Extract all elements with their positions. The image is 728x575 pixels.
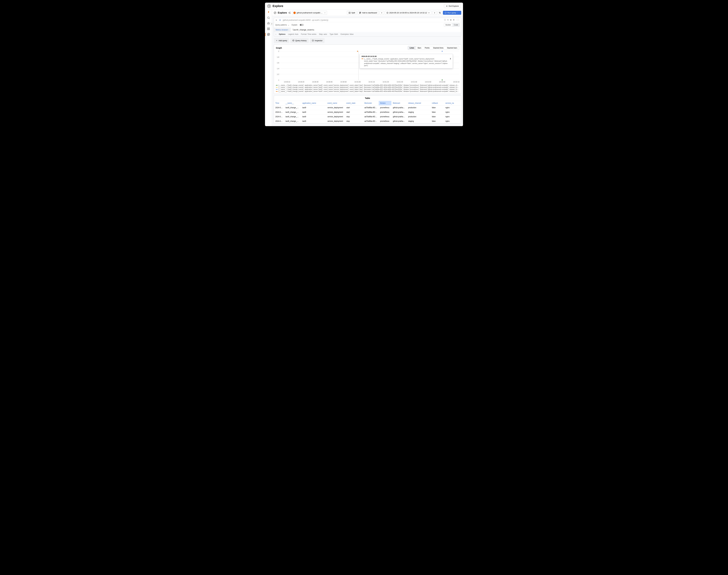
column-header[interactable]: Time bbox=[274, 101, 284, 105]
graph-panel: Graph LinesBarsPointsStacked linesStacke… bbox=[274, 44, 461, 94]
svg-rect-1 bbox=[267, 28, 268, 29]
viz-tab-stacked-lines[interactable]: Stacked lines bbox=[431, 46, 445, 50]
refresh-icon bbox=[445, 12, 447, 14]
legend-item[interactable]: {__name__="last9_change_events", applica… bbox=[276, 88, 459, 90]
svg-point-6 bbox=[274, 12, 276, 14]
chart-tooltip: 2024-05-20 14:31:00 {__name__="last9_cha… bbox=[360, 54, 453, 68]
metrics-browser-button[interactable]: Metrics browser› bbox=[274, 28, 291, 32]
share-icon[interactable] bbox=[288, 12, 290, 14]
run-query-button[interactable]: Run query bbox=[443, 11, 461, 15]
column-header[interactable]: l6ecluster bbox=[363, 101, 379, 105]
explain-label: Explain bbox=[291, 24, 297, 26]
page-title: Explore bbox=[273, 4, 444, 8]
chevron-right-icon bbox=[271, 23, 273, 25]
query-delete-icon[interactable]: 🗑 bbox=[453, 19, 455, 21]
chart-area[interactable]: 11.21.41.61.82 14:30:1014:30:2014:30:301… bbox=[278, 51, 459, 83]
tab-builder[interactable]: Builder bbox=[444, 23, 452, 27]
columns-icon bbox=[349, 12, 351, 14]
chevron-down-icon[interactable] bbox=[275, 19, 277, 21]
time-prev-button[interactable] bbox=[380, 11, 384, 15]
table-panel: Table Time__name__application_nameevent_… bbox=[274, 95, 461, 124]
viz-tab-lines[interactable]: Lines bbox=[408, 46, 416, 50]
history-icon bbox=[292, 39, 294, 41]
viz-type-tabs: LinesBarsPointsStacked linesStacked bars bbox=[408, 46, 459, 50]
time-next-button[interactable] bbox=[432, 11, 437, 15]
viz-tab-points[interactable]: Points bbox=[423, 46, 431, 50]
column-header[interactable]: application_name bbox=[301, 101, 326, 105]
svg-point-8 bbox=[288, 12, 289, 13]
time-range-picker[interactable]: 2024-05-20 14:30:05 to 2024-05-20 14:32:… bbox=[385, 11, 432, 15]
svg-rect-2 bbox=[269, 28, 270, 29]
y-axis: 11.21.41.61.82 bbox=[276, 51, 279, 80]
chevron-down-icon bbox=[458, 12, 460, 14]
add-query-button[interactable]: ＋Add query bbox=[274, 38, 289, 43]
table-row[interactable]: 2024-05-20 14:32:0...last9_change_eve...… bbox=[274, 105, 461, 110]
sidebar-expand-button[interactable] bbox=[270, 23, 273, 25]
opt-legend: Legend: Auto bbox=[288, 33, 298, 35]
compass-icon[interactable] bbox=[267, 33, 270, 36]
editor-mode-tabs: Builder Code bbox=[444, 23, 460, 27]
legend-item[interactable]: {__name__="last9_change_events", applica… bbox=[276, 84, 459, 86]
opt-type: Type: Both bbox=[330, 33, 338, 35]
topbar: 9 Explore Exit Explore bbox=[265, 3, 463, 10]
table-row[interactable]: 2024-05-20 14:32:0...last9_change_eve...… bbox=[274, 110, 461, 114]
grafana-icon[interactable] bbox=[267, 11, 270, 14]
table-title: Table bbox=[274, 96, 461, 101]
svg-point-7 bbox=[290, 12, 290, 12]
plus-icon: ＋ bbox=[276, 39, 278, 42]
datasource-picker[interactable]: github-prathamesh-sonpatki-AMXD - ap- bbox=[292, 11, 327, 15]
query-history-button[interactable]: Query history bbox=[290, 38, 309, 43]
star-icon[interactable] bbox=[267, 22, 270, 25]
inspector-button[interactable]: Inspector bbox=[310, 38, 324, 43]
query-ref-label: A bbox=[279, 19, 281, 21]
svg-rect-13 bbox=[359, 13, 360, 13]
dashboards-icon[interactable] bbox=[267, 27, 270, 30]
exit-explore-button[interactable]: Exit Explore bbox=[444, 4, 461, 8]
query-help-icon[interactable]: ⓘ bbox=[444, 19, 446, 21]
graph-title: Graph bbox=[276, 47, 282, 49]
clock-icon bbox=[386, 12, 388, 14]
query-toggle-icon[interactable]: ◉ bbox=[450, 19, 451, 21]
compass-icon bbox=[274, 11, 276, 14]
viz-tab-bars[interactable]: Bars bbox=[416, 46, 423, 50]
column-header[interactable]: l6etenant bbox=[391, 101, 407, 105]
data-table: Time__name__application_nameevent_nameev… bbox=[274, 101, 461, 124]
opt-exemplars: Exemplars: false bbox=[341, 33, 353, 35]
options-label[interactable]: Options bbox=[279, 33, 285, 35]
query-editor: A (github-prathamesh-sonpatki-AMXD - ap-… bbox=[274, 18, 461, 37]
column-header[interactable]: __name__ bbox=[284, 101, 301, 105]
split-button[interactable]: Split bbox=[347, 11, 357, 15]
chevron-left-icon bbox=[381, 12, 383, 14]
explain-toggle[interactable] bbox=[300, 24, 304, 26]
column-header[interactable]: rollback bbox=[430, 101, 444, 105]
datasource-name: github-prathamesh-sonpatki-AMXD - ap- bbox=[297, 12, 323, 14]
column-header[interactable]: l6elake bbox=[379, 101, 391, 105]
query-duplicate-icon[interactable]: ⧉ bbox=[447, 19, 449, 21]
search-icon[interactable] bbox=[267, 16, 270, 19]
query-drag-icon[interactable]: ⋮⋮ bbox=[456, 19, 460, 21]
chevron-right-icon bbox=[434, 12, 436, 14]
tab-code[interactable]: Code bbox=[452, 23, 459, 27]
add-to-dashboard-button[interactable]: Add to dashboard bbox=[357, 11, 379, 15]
grid-plus-icon bbox=[359, 12, 361, 14]
chart-legend: {__name__="last9_change_events", applica… bbox=[276, 84, 459, 92]
table-row[interactable]: 2024-05-20 14:32:0...last9_change_eve...… bbox=[274, 119, 461, 124]
query-patterns-dropdown[interactable]: Query patterns ⌄ bbox=[275, 24, 289, 26]
svg-rect-12 bbox=[360, 12, 361, 12]
legend-item[interactable]: {__name__="last9_change_events", applica… bbox=[276, 90, 459, 92]
svg-rect-4 bbox=[269, 29, 270, 30]
query-datasource-desc: (github-prathamesh-sonpatki-AMXD - ap-so… bbox=[283, 19, 328, 21]
column-header[interactable]: event_name bbox=[326, 101, 345, 105]
column-header[interactable]: event_state bbox=[345, 101, 363, 105]
zoom-out-button[interactable] bbox=[438, 11, 442, 15]
svg-rect-11 bbox=[359, 12, 360, 12]
options-expand-icon[interactable]: › bbox=[276, 33, 276, 35]
legend-item[interactable]: {__name__="last9_change_events", applica… bbox=[276, 86, 459, 88]
table-row[interactable]: 2024-05-20 14:32:0...last9_change_eve...… bbox=[274, 114, 461, 119]
column-header[interactable]: service_na bbox=[444, 101, 461, 105]
tooltip-text: {__name__="last9_change_events", applica… bbox=[364, 58, 448, 67]
query-input[interactable] bbox=[291, 28, 461, 32]
data-point bbox=[442, 51, 443, 52]
viz-tab-stacked-bars[interactable]: Stacked bars bbox=[445, 46, 459, 50]
column-header[interactable]: release_channel bbox=[407, 101, 430, 105]
